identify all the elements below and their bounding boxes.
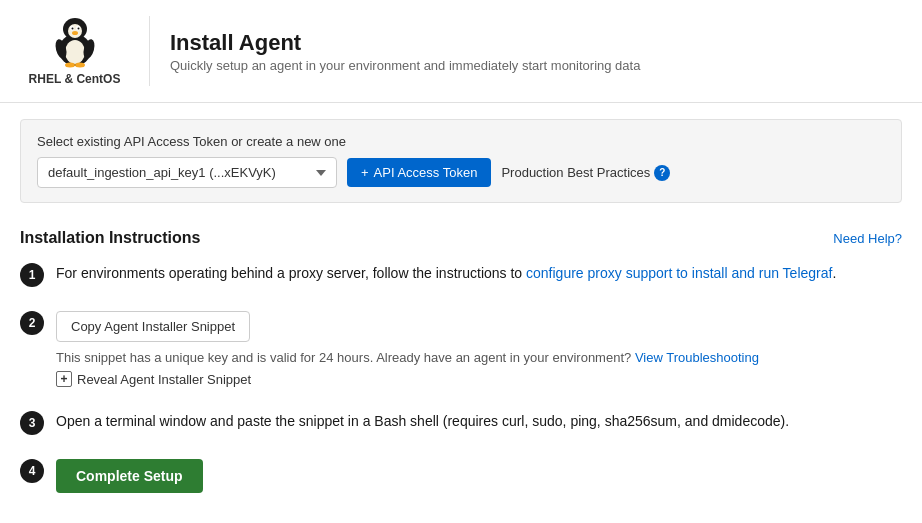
snippet-description: This snippet has a unique key and is val… xyxy=(56,350,902,365)
step-3-number: 3 xyxy=(20,411,44,435)
complete-setup-button[interactable]: Complete Setup xyxy=(56,459,203,493)
best-practices-label: Production Best Practices xyxy=(501,165,650,180)
need-help-link[interactable]: Need Help? xyxy=(833,231,902,246)
step-4-number: 4 xyxy=(20,459,44,483)
snippet-desc-text: This snippet has a unique key and is val… xyxy=(56,350,631,365)
proxy-support-link[interactable]: configure proxy support to install and r… xyxy=(526,265,832,281)
logo-section: RHEL & CentOS xyxy=(20,16,150,86)
svg-point-10 xyxy=(75,63,85,68)
page-header: RHEL & CentOS Install Agent Quickly setu… xyxy=(0,0,922,103)
token-controls: default_ingestion_api_key1 (...xEKVyK) +… xyxy=(37,157,885,188)
page-title: Install Agent xyxy=(170,30,902,56)
step-1-number: 1 xyxy=(20,263,44,287)
svg-point-7 xyxy=(77,28,79,30)
help-icon: ? xyxy=(654,165,670,181)
step-2-number: 2 xyxy=(20,311,44,335)
step-1-text-after: . xyxy=(832,265,836,281)
page-subtitle: Quickly setup an agent in your environme… xyxy=(170,58,902,73)
token-select[interactable]: default_ingestion_api_key1 (...xEKVyK) xyxy=(37,157,337,188)
reveal-snippet-toggle[interactable]: + Reveal Agent Installer Snippet xyxy=(56,371,902,387)
svg-point-6 xyxy=(71,28,73,30)
step-1-text: For environments operating behind a prox… xyxy=(56,265,836,281)
step-3-text: Open a terminal window and paste the sni… xyxy=(56,413,789,429)
step-4-content: Complete Setup xyxy=(56,459,902,493)
view-troubleshooting-link[interactable]: View Troubleshooting xyxy=(635,350,759,365)
api-token-button[interactable]: + API Access Token xyxy=(347,158,491,187)
reveal-snippet-label: Reveal Agent Installer Snippet xyxy=(77,372,251,387)
expand-icon: + xyxy=(56,371,72,387)
svg-point-9 xyxy=(65,63,75,68)
api-token-button-label: API Access Token xyxy=(374,165,478,180)
step-1: 1 For environments operating behind a pr… xyxy=(20,263,902,287)
step-1-content: For environments operating behind a prox… xyxy=(56,263,902,284)
token-label: Select existing API Access Token or crea… xyxy=(37,134,885,149)
step-4: 4 Complete Setup xyxy=(20,459,902,493)
step-1-text-before: For environments operating behind a prox… xyxy=(56,265,526,281)
section-title: Installation Instructions xyxy=(20,229,200,247)
tux-logo-icon xyxy=(51,16,99,68)
section-header: Installation Instructions Need Help? xyxy=(20,229,902,247)
step-3: 3 Open a terminal window and paste the s… xyxy=(20,411,902,435)
step-2: 2 Copy Agent Installer Snippet This snip… xyxy=(20,311,902,387)
header-text: Install Agent Quickly setup an agent in … xyxy=(170,30,902,73)
step-3-content: Open a terminal window and paste the sni… xyxy=(56,411,902,432)
plus-icon: + xyxy=(361,165,369,180)
logo-label: RHEL & CentOS xyxy=(29,72,121,86)
token-section: Select existing API Access Token or crea… xyxy=(20,119,902,203)
svg-point-1 xyxy=(65,40,85,64)
svg-point-8 xyxy=(72,31,78,35)
main-content: Installation Instructions Need Help? 1 F… xyxy=(0,219,922,523)
copy-snippet-button[interactable]: Copy Agent Installer Snippet xyxy=(56,311,250,342)
step-2-content: Copy Agent Installer Snippet This snippe… xyxy=(56,311,902,387)
best-practices-link[interactable]: Production Best Practices ? xyxy=(501,165,670,181)
